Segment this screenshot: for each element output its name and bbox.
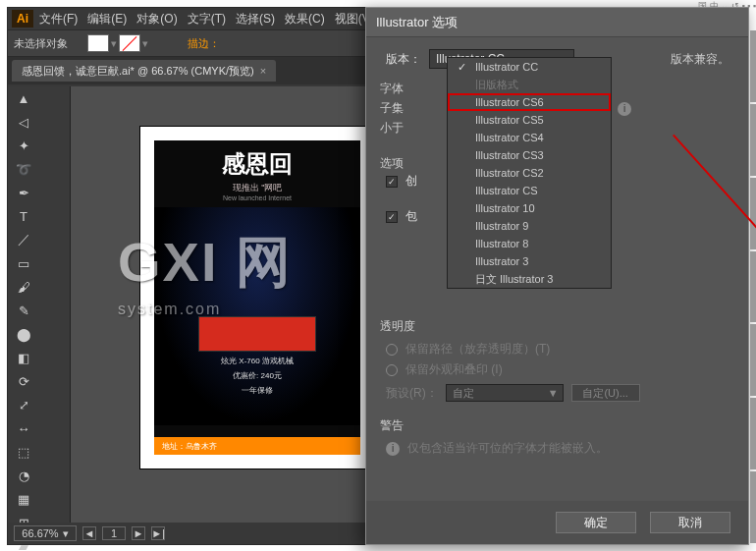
menu-edit[interactable]: 编辑(E) [87, 11, 127, 28]
artwork-subtitle-en: New launched Internet [223, 194, 292, 201]
close-tab-icon[interactable]: × [260, 65, 266, 77]
perspective-tool[interactable]: ▦ [10, 488, 37, 510]
checkbox-create[interactable]: ✓ [386, 176, 398, 188]
warning-text: 仅包含适当许可位的字体才能被嵌入。 [407, 440, 608, 457]
radio-preserve-paths-label: 保留路径（放弃透明度）(T) [405, 341, 550, 358]
menu-file[interactable]: 文件(F) [39, 11, 78, 28]
next-artboard-button[interactable]: ► [132, 526, 145, 540]
swatch-chevron-icon[interactable]: ▾ [142, 37, 148, 50]
zoom-level[interactable]: 66.67%▾ [14, 525, 77, 541]
selection-tool[interactable]: ▲ [10, 87, 37, 109]
stroke-swatch[interactable] [119, 34, 140, 52]
paintbrush-tool[interactable]: 🖌 [10, 276, 37, 298]
shape-builder-tool[interactable]: ◔ [10, 465, 37, 486]
selection-status: 未选择对象 [14, 36, 68, 51]
compat-text: 版本兼容。 [671, 51, 729, 68]
pencil-tool[interactable]: ✎ [10, 300, 37, 321]
dropdown-item[interactable]: Illustrator CS3 [448, 146, 611, 164]
menu-object[interactable]: 对象(O) [136, 11, 177, 28]
artwork-title: 感恩回 [222, 148, 293, 180]
less-than-label: 小于 [380, 120, 404, 137]
artwork-prod-price: 优惠价: 240元 [198, 370, 316, 381]
options-heading: 选项 [380, 155, 404, 172]
dropdown-item-cs6[interactable]: Illustrator CS6 [448, 93, 611, 111]
checkbox-create-label: 创 [405, 173, 417, 190]
menu-effect[interactable]: 效果(C) [285, 11, 325, 28]
lasso-tool[interactable]: ➰ [10, 158, 37, 180]
artwork-footer-bar: 地址：乌鲁木齐 [154, 437, 360, 455]
line-tool[interactable]: ／ [10, 229, 37, 250]
dialog-footer: 确定 取消 [366, 501, 748, 544]
toolbox: ▲ ◁ ✦ ➰ ✒ T ／ ▭ 🖌 ✎ ⬤ ◧ ⟳ ⤢ ↔ ⬚ ◔ ▦ ⊞ ▰ … [8, 86, 71, 523]
checkbox-include[interactable]: ✓ [386, 211, 398, 223]
version-dropdown-list: Illustrator CC 旧版格式 Illustrator CS6 Illu… [447, 57, 612, 289]
magic-wand-tool[interactable]: ✦ [10, 135, 37, 156]
document-tab[interactable]: 感恩回馈，诚意巨献.ai* @ 66.67% (CMYK/预览) × [12, 60, 276, 82]
dropdown-item[interactable]: Illustrator CS5 [448, 111, 611, 129]
radio-preserve-appearance-label: 保留外观和叠印 (I) [405, 361, 503, 378]
blob-brush-tool[interactable]: ⬤ [10, 323, 37, 345]
dropdown-item[interactable]: Illustrator 10 [448, 199, 611, 217]
swatch-chevron-icon[interactable]: ▾ [111, 37, 117, 50]
width-tool[interactable]: ↔ [10, 417, 37, 439]
ok-button[interactable]: 确定 [556, 512, 636, 533]
thumbnail-strip [750, 29, 756, 544]
checkbox-include-label: 包 [405, 208, 417, 225]
warning-heading: 警告 [380, 417, 734, 434]
stroke-label: 描边： [188, 36, 220, 51]
free-transform-tool[interactable]: ⬚ [10, 441, 37, 463]
eraser-tool[interactable]: ◧ [10, 347, 37, 368]
type-tool[interactable]: T [10, 205, 37, 227]
scale-tool[interactable]: ⤢ [10, 394, 37, 415]
last-artboard-button[interactable]: ►| [151, 526, 165, 540]
dropdown-item[interactable]: Illustrator CS [448, 182, 611, 199]
preset-combobox[interactable]: 自定 ▼ [446, 384, 564, 402]
menu-select[interactable]: 选择(S) [236, 11, 275, 28]
prev-artboard-button[interactable]: ◄ [82, 526, 96, 540]
direct-select-tool[interactable]: ◁ [10, 111, 37, 133]
app-logo: Ai [12, 10, 33, 28]
artwork-prod-warranty: 一年保修 [198, 385, 316, 396]
document-tab-title: 感恩回馈，诚意巨献.ai* @ 66.67% (CMYK/预览) [22, 64, 254, 79]
custom-button[interactable]: 自定(U)... [571, 384, 640, 402]
illustrator-options-dialog: Illustrator 选项 版本： Illustrator CC ▼ 版本兼容… [365, 7, 749, 545]
artwork-graphic: 炫光 X-760 游戏机械 优惠价: 240元 一年保修 [154, 207, 360, 425]
radio-preserve-appearance[interactable] [386, 364, 398, 376]
transparency-heading: 透明度 [380, 318, 734, 335]
dropdown-item[interactable]: Illustrator CC [448, 58, 611, 76]
dropdown-item-group: 旧版格式 [448, 76, 611, 93]
rotate-tool[interactable]: ⟳ [10, 370, 37, 392]
rectangle-tool[interactable]: ▭ [10, 252, 37, 274]
pen-tool[interactable]: ✒ [10, 182, 37, 203]
dropdown-item[interactable]: Illustrator CS4 [448, 129, 611, 146]
artwork-prod-name: 炫光 X-760 游戏机械 [198, 356, 316, 366]
dropdown-item[interactable]: 日文 Illustrator 3 [448, 270, 611, 288]
cancel-button[interactable]: 取消 [650, 512, 730, 533]
fonts-label: 字体 [380, 81, 404, 97]
dropdown-item[interactable]: Illustrator 9 [448, 217, 611, 235]
artboard-number[interactable]: 1 [102, 526, 126, 540]
artwork-subtitle: 现推出 "网吧 [233, 182, 283, 194]
preset-label: 预设(R)： [386, 385, 438, 402]
artwork-product-image [198, 316, 316, 352]
subset-label: 子集 [380, 100, 404, 117]
dialog-title: Illustrator 选项 [366, 8, 748, 37]
dropdown-item[interactable]: Illustrator CS2 [448, 164, 611, 182]
dropdown-item[interactable]: Illustrator 3 [448, 252, 611, 270]
version-label: 版本： [380, 51, 421, 68]
dropdown-item[interactable]: Illustrator 8 [448, 235, 611, 252]
info-icon: i [386, 442, 400, 456]
info-icon: i [618, 102, 631, 116]
radio-preserve-paths[interactable] [386, 344, 398, 356]
artboard: 感恩回 现推出 "网吧 New launched Internet 炫光 X-7… [139, 126, 375, 469]
menu-type[interactable]: 文字(T) [188, 11, 226, 28]
fill-swatch[interactable] [87, 34, 109, 52]
